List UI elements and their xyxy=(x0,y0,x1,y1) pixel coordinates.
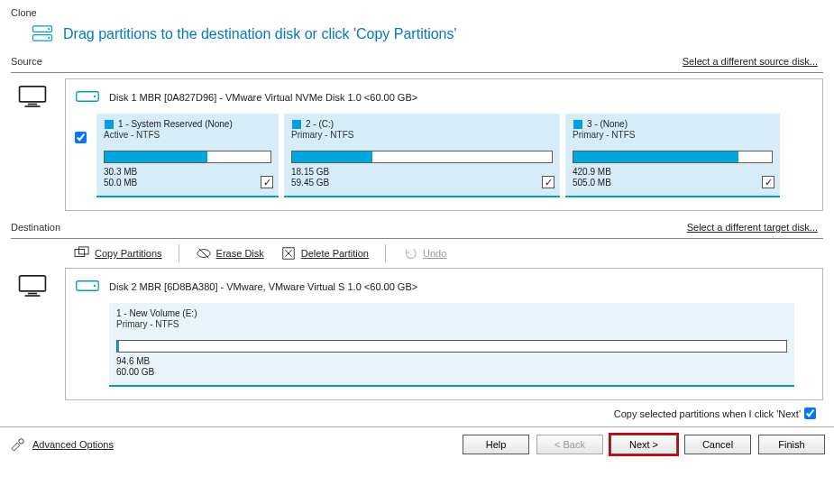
undo-button: Undo xyxy=(402,246,446,261)
erase-disk-button[interactable]: Erase Disk xyxy=(196,246,264,261)
clone-label: Clone xyxy=(11,7,823,18)
delete-partition-button[interactable]: Delete Partition xyxy=(280,246,369,261)
destination-partition-1[interactable]: 1 - New Volume (E:) Primary - NTFS 94.6 … xyxy=(109,303,794,387)
help-button[interactable]: Help xyxy=(463,435,529,454)
svg-rect-13 xyxy=(78,247,88,254)
copy-option-checkbox[interactable] xyxy=(804,408,816,419)
advanced-options-link[interactable]: Advanced Options xyxy=(9,437,114,452)
disk-drive-icon xyxy=(75,276,100,298)
monitor-icon xyxy=(17,273,48,300)
svg-rect-19 xyxy=(20,276,46,291)
windows-icon xyxy=(291,120,302,129)
source-disk-title: Disk 1 MBR [0A827D96] - VMware Virtual N… xyxy=(109,92,417,103)
svg-rect-11 xyxy=(573,120,582,129)
svg-point-24 xyxy=(19,439,23,444)
destination-disk-title: Disk 2 MBR [6D8BA380] - VMware, VMware V… xyxy=(109,281,417,292)
copy-option-label: Copy selected partitions when I click 'N… xyxy=(614,408,801,419)
svg-point-8 xyxy=(94,96,96,97)
svg-rect-6 xyxy=(25,105,41,107)
partition-check-1[interactable]: ✓ xyxy=(261,176,273,188)
destination-disk-card: Disk 2 MBR [6D8BA380] - VMware, VMware V… xyxy=(65,268,823,400)
copy-partitions-button[interactable]: Copy Partitions xyxy=(74,246,162,261)
select-target-link[interactable]: Select a different target disk... xyxy=(687,222,823,233)
disk-drive-icon xyxy=(75,87,100,108)
svg-rect-10 xyxy=(292,120,301,129)
source-partition-1[interactable]: 1 - System Reserved (None) Active - NTFS… xyxy=(96,114,279,197)
source-partition-2[interactable]: 2 - (C:) Primary - NTFS 18.15 GB59.45 GB… xyxy=(284,114,560,197)
select-source-link[interactable]: Select a different source disk... xyxy=(683,56,823,67)
svg-rect-21 xyxy=(25,295,41,297)
source-partition-3[interactable]: 3 - (None) Primary - NTFS 420.9 MB505.0 … xyxy=(565,114,780,197)
windows-icon xyxy=(573,120,583,129)
svg-rect-20 xyxy=(28,293,37,295)
windows-icon xyxy=(104,120,115,129)
source-label: Source xyxy=(11,56,42,67)
monitor-icon xyxy=(17,84,48,111)
partition-check-2[interactable]: ✓ xyxy=(542,176,554,188)
back-button: < Back xyxy=(536,435,603,454)
source-select-all[interactable] xyxy=(75,132,87,197)
disk-stack-icon xyxy=(31,22,54,47)
svg-point-2 xyxy=(48,28,50,30)
partition-check-3[interactable]: ✓ xyxy=(762,176,774,188)
svg-point-23 xyxy=(94,285,96,287)
finish-button[interactable]: Finish xyxy=(758,435,825,454)
svg-rect-12 xyxy=(75,250,85,257)
svg-point-3 xyxy=(48,37,50,39)
svg-rect-5 xyxy=(28,104,37,105)
svg-rect-9 xyxy=(105,120,114,129)
destination-label: Destination xyxy=(11,222,60,233)
cancel-button[interactable]: Cancel xyxy=(684,435,751,454)
page-title: Drag partitions to the destination disk … xyxy=(63,26,457,42)
next-button[interactable]: Next > xyxy=(610,435,677,454)
svg-rect-4 xyxy=(20,87,46,102)
source-disk-card: Disk 1 MBR [0A827D96] - VMware Virtual N… xyxy=(65,78,823,211)
